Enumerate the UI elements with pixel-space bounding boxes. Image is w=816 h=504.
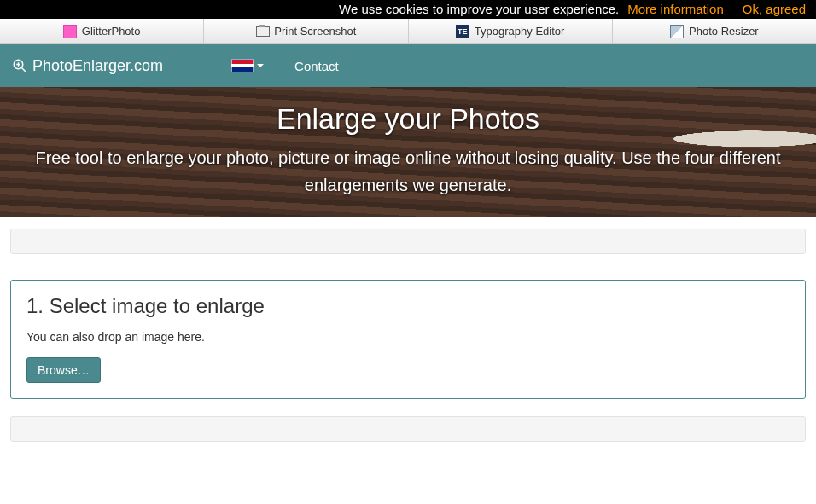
- step-1-title: 1. Select image to enlarge: [26, 294, 790, 318]
- main-nav: PhotoEnlarger.com Contact: [0, 44, 816, 87]
- brand-link[interactable]: PhotoEnlarger.com: [12, 57, 163, 75]
- ad-placeholder-bottom: [10, 416, 806, 442]
- te-icon: TE: [456, 25, 469, 38]
- tab-label: Print Screenshot: [274, 25, 356, 38]
- tab-print-screenshot[interactable]: Print Screenshot: [204, 19, 408, 43]
- svg-line-1: [21, 67, 26, 72]
- resize-icon: [670, 25, 684, 38]
- step-1-panel[interactable]: 1. Select image to enlarge You can also …: [10, 280, 806, 399]
- cookie-bar: We use cookies to improve your user expe…: [0, 0, 816, 19]
- contact-link[interactable]: Contact: [294, 59, 339, 73]
- tab-photo-resizer[interactable]: Photo Resizer: [613, 19, 816, 43]
- printer-icon: [255, 25, 269, 38]
- hero-title: Enlarge your Photos: [0, 102, 816, 136]
- cookie-accept-link[interactable]: Ok, agreed: [743, 0, 806, 19]
- content-area: 1. Select image to enlarge You can also …: [0, 217, 816, 442]
- cookie-message: We use cookies to improve your user expe…: [339, 0, 619, 19]
- ad-placeholder-top: [10, 229, 806, 254]
- brand-text: PhotoEnlarger.com: [32, 57, 163, 75]
- browse-button[interactable]: Browse…: [26, 357, 101, 383]
- tab-label: Typography Editor: [475, 25, 565, 38]
- tab-typography-editor[interactable]: TE Typography Editor: [409, 19, 613, 43]
- tab-label: Photo Resizer: [689, 25, 759, 38]
- tab-glitterphoto[interactable]: GlitterPhoto: [0, 19, 204, 43]
- glitter-icon: [63, 25, 77, 38]
- flag-uk-icon: [231, 59, 254, 72]
- language-selector[interactable]: [231, 59, 264, 72]
- site-tabs: GlitterPhoto Print Screenshot TE Typogra…: [0, 19, 816, 44]
- tab-label: GlitterPhoto: [82, 25, 141, 38]
- hero: Enlarge your Photos Free tool to enlarge…: [0, 87, 816, 217]
- magnify-plus-icon: [12, 58, 27, 73]
- cookie-more-link[interactable]: More information: [627, 0, 724, 19]
- step-1-hint: You can also drop an image here.: [26, 330, 790, 344]
- chevron-down-icon: [257, 64, 264, 67]
- hero-subtitle: Free tool to enlarge your photo, picture…: [0, 144, 816, 199]
